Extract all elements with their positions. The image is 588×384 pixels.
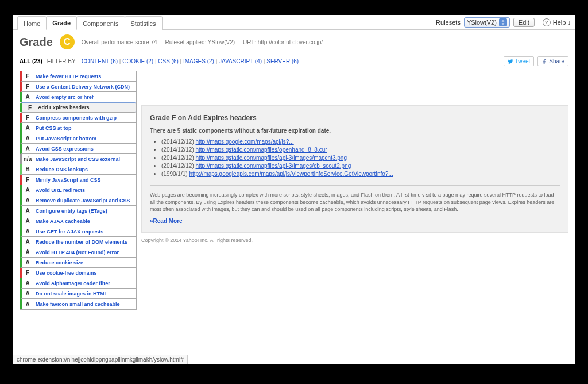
rule-title: Add Expires headers <box>36 105 133 110</box>
filter-link[interactable]: JAVASCRIPT (4) <box>219 58 262 64</box>
dropdown-icon <box>499 18 507 26</box>
rule-row[interactable]: AAvoid URL redirects <box>20 185 136 195</box>
rule-grade: F <box>24 105 36 111</box>
rule-row[interactable]: ADo not scale images in HTML <box>20 289 136 299</box>
summary-ruleset: Ruleset applied: YSlow(V2) <box>165 39 235 45</box>
rule-row[interactable]: FAdd Expires headers <box>20 102 136 113</box>
rule-grade: A <box>22 228 33 235</box>
detail-lead: There are 5 static components without a … <box>150 128 560 134</box>
rule-row[interactable]: FMake fewer HTTP requests <box>20 71 136 82</box>
detail-item-link[interactable]: http://maps.googleapis.com/maps/api/js/V… <box>189 171 393 177</box>
rule-title: Put JavaScript at bottom <box>33 136 136 141</box>
detail-title: Grade F on Add Expires headers <box>150 114 560 122</box>
detail-item-link[interactable]: http://maps.google.com/maps/api/js?... <box>196 139 294 145</box>
help-label: Help ↓ <box>553 19 571 26</box>
rule-row[interactable]: ARemove duplicate JavaScript and CSS <box>20 195 136 206</box>
rule-grade: A <box>22 301 33 308</box>
rule-row[interactable]: FMinify JavaScript and CSS <box>20 175 136 185</box>
tweet-button[interactable]: Tweet <box>504 56 535 66</box>
rule-title: Put CSS at top <box>33 125 136 131</box>
rule-grade: A <box>22 187 33 193</box>
rule-title: Use GET for AJAX requests <box>33 229 136 235</box>
detail-panel: Grade F on Add Expires headers There are… <box>141 71 568 310</box>
rule-row[interactable]: FUse a Content Delivery Network (CDN) <box>20 82 136 92</box>
tabs: Home Grade Components Statistics <box>17 15 162 29</box>
rule-grade: A <box>22 239 33 245</box>
rule-row[interactable]: FUse cookie-free domains <box>20 268 136 278</box>
detail-item: (2014/12/12) http://maps.google.com/maps… <box>161 139 560 145</box>
rule-title: Configure entity tags (ETags) <box>33 208 136 214</box>
detail-item-link[interactable]: http://maps.gstatic.com/mapfiles/openhan… <box>196 147 327 153</box>
rule-grade: F <box>22 73 33 79</box>
rule-title: Avoid empty src or href <box>33 94 136 100</box>
detail-item-date: (2014/12/12) <box>161 147 196 153</box>
detail-item-link[interactable]: http://maps.gstatic.com/mapfiles/api-3/i… <box>196 163 351 169</box>
edit-button[interactable]: Edit <box>513 18 535 27</box>
rule-row[interactable]: AReduce the number of DOM elements <box>20 237 136 247</box>
rule-row[interactable]: n/aMake JavaScript and CSS external <box>20 154 136 164</box>
filter-link[interactable]: IMAGES (2) <box>183 58 214 64</box>
summary-text: Overall performance score 74 Ruleset app… <box>82 39 323 45</box>
rule-grade: F <box>22 83 33 90</box>
help-group[interactable]: ? Help ↓ <box>543 18 571 26</box>
rule-grade: A <box>22 94 33 100</box>
rule-row[interactable]: AAvoid AlphaImageLoader filter <box>20 278 136 289</box>
rule-grade: A <box>22 259 33 266</box>
detail-item: (1990/1/1) http://maps.googleapis.com/ma… <box>161 171 560 177</box>
filter-link[interactable]: CSS (6) <box>158 58 179 64</box>
tab-home[interactable]: Home <box>17 16 47 30</box>
rule-row[interactable]: AAvoid empty src or href <box>20 92 136 102</box>
rule-row[interactable]: AMake AJAX cacheable <box>20 216 136 226</box>
rule-title: Make JavaScript and CSS external <box>33 156 136 162</box>
rule-list: FMake fewer HTTP requestsFUse a Content … <box>20 71 137 310</box>
share-label: Share <box>549 58 564 64</box>
rule-row[interactable]: AAvoid CSS expressions <box>20 144 136 154</box>
rule-grade: A <box>22 218 33 224</box>
filter-all[interactable]: ALL (23) <box>20 58 42 64</box>
ruleset-value: YSlow(V2) <box>467 19 497 26</box>
detail-item-date: (2014/12/12) <box>161 155 196 161</box>
detail-item-link[interactable]: http://maps.gstatic.com/mapfiles/api-3/i… <box>196 155 347 161</box>
social-buttons: Tweet Share <box>504 56 568 66</box>
separator: | <box>179 58 183 64</box>
detail-item: (2014/12/12) http://maps.gstatic.com/map… <box>161 147 560 153</box>
rule-row[interactable]: APut JavaScript at bottom <box>20 133 136 144</box>
rule-grade: A <box>22 125 33 131</box>
detail-item-date: (2014/12/12) <box>161 163 196 169</box>
ruleset-select[interactable]: YSlow(V2) <box>464 17 510 28</box>
rule-row[interactable]: AConfigure entity tags (ETags) <box>20 206 136 216</box>
rule-grade: A <box>22 208 33 214</box>
filter-link[interactable]: SERVER (6) <box>266 58 299 64</box>
rule-grade: A <box>22 290 33 297</box>
separator: | <box>214 58 219 64</box>
rule-grade: A <box>22 249 33 255</box>
filter-link[interactable]: CONTENT (6) <box>82 58 118 64</box>
filter-link[interactable]: COOKIE (2) <box>122 58 153 64</box>
copyright: Copyright © 2014 Yahoo! Inc. All rights … <box>141 237 568 243</box>
tab-components[interactable]: Components <box>76 16 125 30</box>
detail-item: (2014/12/12) http://maps.gstatic.com/map… <box>161 155 560 161</box>
topbar: Home Grade Components Statistics Ruleset… <box>13 15 575 30</box>
rule-grade: A <box>22 135 33 141</box>
share-button[interactable]: Share <box>537 56 568 66</box>
rule-title: Use a Content Delivery Network (CDN) <box>33 84 136 90</box>
rule-row[interactable]: APut CSS at top <box>20 123 136 133</box>
rule-row[interactable]: AUse GET for AJAX requests <box>20 226 136 237</box>
rule-row[interactable]: AAvoid HTTP 404 (Not Found) error <box>20 247 136 258</box>
filter-label: FILTER BY: <box>47 58 77 64</box>
filterbar: ALL (23) FILTER BY: CONTENT (6) | COOKIE… <box>13 54 575 71</box>
detail-list: (2014/12/12) http://maps.google.com/maps… <box>150 139 560 177</box>
rule-row[interactable]: AMake favicon small and cacheable <box>20 299 136 309</box>
rule-row[interactable]: BReduce DNS lookups <box>20 164 136 175</box>
read-more-link[interactable]: »Read More <box>150 218 183 224</box>
tab-grade[interactable]: Grade <box>46 16 77 30</box>
rule-grade: F <box>22 270 33 276</box>
detail-item-date: (1990/1/1) <box>161 171 189 177</box>
statusbar: chrome-extension://ninejjcohidippngpapii… <box>13 355 188 364</box>
rule-grade: B <box>22 166 33 172</box>
tab-statistics[interactable]: Statistics <box>125 16 163 30</box>
rule-row[interactable]: AReduce cookie size <box>20 258 136 268</box>
rule-grade: A <box>22 197 33 203</box>
help-icon: ? <box>543 18 551 26</box>
rule-row[interactable]: FCompress components with gzip <box>20 113 136 123</box>
